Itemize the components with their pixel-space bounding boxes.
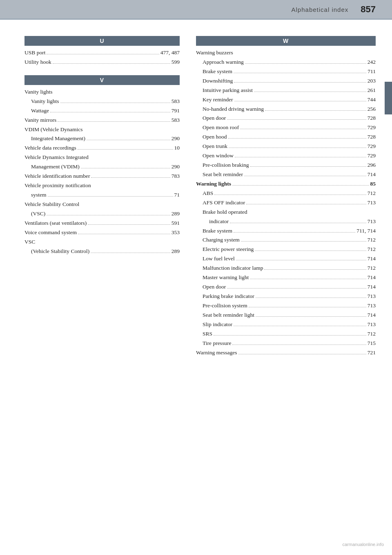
entry-label: Pre-collision system	[196, 302, 247, 310]
list-item: Downshifting 203	[196, 76, 376, 86]
entry-label: Utility hook	[24, 58, 51, 67]
entry-page: 289	[172, 210, 180, 218]
entry-label: Voice command system	[24, 228, 77, 237]
list-item: AFS OFF indicator 713	[196, 198, 376, 208]
entry-label: Downshifting	[196, 77, 233, 85]
entry-label: Vehicle proximity notification	[24, 182, 91, 188]
entry-dots	[214, 195, 366, 195]
list-item: Vanity lights 583	[24, 97, 180, 106]
entry-label: Management (VDIM)	[24, 163, 80, 171]
entry-label: Warning buzzers	[196, 49, 233, 56]
list-item: Wattage 791	[24, 106, 180, 116]
entry-label: Vanity lights	[24, 89, 53, 95]
list-item: Vehicle identification number 783	[24, 172, 180, 181]
entry-page: 290	[172, 163, 180, 171]
entry-label: Vehicle data recordings	[24, 144, 76, 152]
entry-label: Vehicle identification number	[24, 172, 90, 181]
entry-page: 714	[368, 170, 376, 179]
entry-dots	[255, 251, 366, 251]
entry-dots	[244, 176, 366, 176]
entry-label: Vehicle Stability Control	[24, 201, 79, 207]
list-item: Slip indicator 713	[196, 320, 376, 329]
list-item: Pre-collision system 713	[196, 301, 376, 311]
entry-page: 583	[172, 97, 180, 106]
list-item: Utility hook 599	[24, 58, 180, 67]
list-item: Intuitive parking assist 261	[196, 86, 376, 95]
list-item: Brake system 711, 714	[196, 226, 376, 236]
entry-label: Malfunction indicator lamp	[196, 264, 263, 273]
entry-dots	[254, 92, 366, 92]
list-item: Pre-collision braking 296	[196, 161, 376, 170]
entry-page: 712	[368, 264, 376, 273]
entry-page: 729	[368, 123, 376, 132]
entry-label: Low fuel level	[196, 255, 235, 263]
entry-dots	[232, 345, 366, 345]
section-u: U USB port 477, 487 Utility hook 599	[24, 36, 180, 67]
entry-label: Key reminder	[196, 96, 233, 104]
section-title: Alphabetical index	[292, 6, 349, 13]
entry-page: 712	[368, 236, 376, 244]
list-item: Low fuel level 714	[196, 254, 376, 264]
entry-dots	[236, 260, 366, 260]
entry-page: 714	[368, 283, 376, 291]
list-item: system 71	[24, 190, 180, 200]
list-item: Open hood 728	[196, 132, 376, 142]
entry-label: Slip indicator	[196, 320, 232, 329]
entry-page: 10	[174, 144, 180, 152]
entry-page: 744	[368, 96, 376, 104]
entry-label: Open trunk	[196, 142, 227, 151]
list-item: Master warning light 714	[196, 273, 376, 282]
entry-dots	[238, 354, 366, 354]
entry-label: Open door	[196, 114, 226, 123]
entry-page: 714	[368, 255, 376, 263]
list-item: VDIM (Vehicle Dynamics	[24, 125, 180, 134]
entry-dots	[47, 215, 170, 215]
entry-page: 712	[368, 330, 376, 338]
list-item: Key reminder 744	[196, 95, 376, 105]
list-item: Warning messages 721	[196, 348, 376, 358]
list-item: Open door 728	[196, 114, 376, 123]
entry-page: 353	[172, 228, 180, 237]
entry-dots	[214, 335, 366, 336]
entry-label: Tire pressure	[196, 339, 231, 348]
entry-label: Open door	[196, 283, 226, 291]
list-item: Vehicle proximity notification	[24, 181, 180, 190]
entry-dots	[234, 73, 366, 73]
page: Alphabetical index 857 U USB port 477, 4…	[0, 0, 392, 555]
entry-dots	[245, 63, 366, 64]
list-item: ABS 712	[196, 189, 376, 198]
entry-dots	[47, 54, 159, 54]
entry-dots	[91, 177, 170, 178]
entry-page: 713	[368, 302, 376, 310]
list-item: Warning lights 85	[196, 179, 376, 189]
entry-page: 583	[172, 116, 180, 125]
side-accent-bar	[385, 82, 392, 114]
entry-page: 71	[174, 191, 180, 199]
entry-page: 713	[368, 320, 376, 329]
entry-page: 729	[368, 152, 376, 160]
entry-page: 713	[368, 217, 376, 226]
list-item: Electric power steering 712	[196, 245, 376, 254]
page-header: Alphabetical index 857	[0, 0, 392, 20]
list-item: Seat belt reminder light 714	[196, 311, 376, 320]
entry-page: 289	[172, 247, 180, 256]
entry-page: 714	[368, 311, 376, 320]
content-area: U USB port 477, 487 Utility hook 599 V V…	[0, 20, 392, 382]
list-item: Open trunk 729	[196, 142, 376, 151]
entry-dots	[50, 112, 170, 112]
list-item: Vanity mirrors 583	[24, 116, 180, 125]
entry-label: Vanity lights	[24, 97, 59, 106]
entry-page: 85	[370, 180, 376, 188]
entry-dots	[230, 223, 366, 223]
entry-dots	[78, 234, 170, 234]
entry-dots	[227, 119, 366, 120]
entry-label: Charging system	[196, 236, 240, 244]
entry-label: No-handed driving warning	[196, 105, 264, 114]
entry-dots	[91, 253, 170, 253]
entry-page: 242	[368, 58, 376, 67]
section-v: V Vanity lights Vanity lights 583 Wattag…	[24, 75, 180, 256]
list-item: Open moon roof 729	[196, 123, 376, 132]
entry-label: (VSC)	[24, 210, 45, 218]
entry-label: ABS	[196, 189, 213, 198]
section-w-header: W	[196, 36, 376, 46]
